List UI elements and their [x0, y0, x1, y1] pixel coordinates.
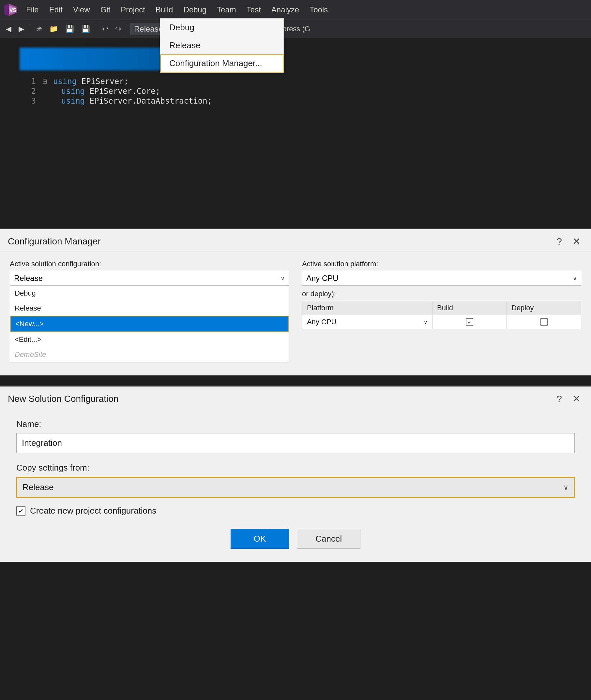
config-option-edit[interactable]: <Edit...>	[10, 332, 289, 347]
create-configs-row: ✓ Create new project configurations	[16, 506, 575, 516]
menu-build[interactable]: Build	[151, 3, 178, 16]
menu-git[interactable]: Git	[96, 3, 115, 16]
vs-menubar: VS File Edit View Git Project Build Debu…	[0, 0, 591, 19]
copy-settings-dropdown-arrow-icon: ∨	[563, 483, 569, 492]
active-config-dropdown[interactable]: Release ∨ Debug Release <New...> <Edit..…	[10, 271, 289, 362]
code-content-1: ⊟ using EPiServer;	[43, 77, 129, 86]
line-number-3: 3	[19, 96, 36, 105]
menu-analyze[interactable]: Analyze	[267, 3, 304, 16]
project-platform-cell[interactable]: Any CPU ∨	[302, 315, 433, 329]
active-config-col: Active solution configuration: Release ∨…	[10, 260, 289, 362]
config-manager-title: Configuration Manager	[8, 236, 101, 247]
vs-logo: VS	[3, 3, 18, 17]
cancel-button[interactable]: Cancel	[297, 529, 360, 549]
blurred-project-banner	[19, 48, 176, 70]
col-header-deploy: Deploy	[507, 301, 581, 315]
active-platform-arrow: ∨	[573, 275, 577, 282]
projects-table: Platform Build Deploy Any CPU ∨	[302, 301, 581, 329]
name-field-label: Name:	[16, 419, 575, 429]
code-line-2: 2 using EPiServer.Core;	[19, 87, 591, 96]
active-config-dropdown-list: Debug Release <New...> <Edit...> DemoSit…	[10, 286, 289, 362]
config-top-row: Active solution configuration: Release ∨…	[10, 260, 581, 362]
menu-tools[interactable]: Tools	[305, 3, 332, 16]
new-solution-titlebar: New Solution Configuration ? ✕	[0, 387, 591, 409]
name-input[interactable]	[16, 433, 575, 453]
menu-test[interactable]: Test	[242, 3, 265, 16]
menu-team[interactable]: Team	[212, 3, 241, 16]
back-button[interactable]: ◀	[3, 23, 14, 34]
config-manager-close-button[interactable]: ✕	[570, 235, 583, 248]
redo-button[interactable]: ↪	[113, 23, 124, 34]
active-config-select[interactable]: Release ∨	[10, 271, 289, 286]
deploy-checkbox[interactable]	[540, 318, 548, 325]
config-option-debug[interactable]: Debug	[10, 286, 289, 301]
build-checkbox[interactable]: ✓	[466, 318, 473, 325]
or-deploy-label: or deploy):	[302, 290, 581, 298]
toolbar-sep2	[96, 24, 96, 34]
project-platform-value: Any CPU	[307, 318, 336, 326]
vs-ide-background: VS File Edit View Git Project Build Debu…	[0, 0, 591, 228]
menu-edit[interactable]: Edit	[45, 3, 67, 16]
vs-toolbar: ◀ ▶ ✳ 📁 💾 💾 ↩ ↪ Release ▼ Any CPU ▼ ▶ II…	[0, 19, 591, 38]
dialog-controls: ? ✕	[554, 235, 583, 248]
menu-debug[interactable]: Debug	[179, 3, 211, 16]
new-solution-close-button[interactable]: ✕	[570, 392, 583, 405]
new-item-button[interactable]: ✳	[34, 23, 45, 34]
forward-button[interactable]: ▶	[16, 23, 27, 34]
active-platform-value: Any CPU	[306, 274, 339, 283]
menu-view[interactable]: View	[68, 3, 94, 16]
active-platform-label: Active solution platform:	[302, 260, 581, 268]
new-solution-title: New Solution Configuration	[8, 394, 118, 404]
save-button[interactable]: 💾	[63, 23, 77, 34]
create-configs-checkbox[interactable]: ✓	[16, 507, 25, 516]
table-row: Any CPU ∨ ✓	[302, 315, 581, 329]
dropdown-item-config-manager[interactable]: Configuration Manager...	[160, 55, 283, 72]
new-solution-help-button[interactable]: ?	[554, 393, 565, 405]
undo-button[interactable]: ↩	[100, 23, 111, 34]
menu-file[interactable]: File	[21, 3, 43, 16]
menu-project[interactable]: Project	[116, 3, 150, 16]
open-button[interactable]: 📁	[47, 23, 61, 34]
code-content-2: using EPiServer.Core;	[43, 87, 160, 96]
dropdown-item-debug[interactable]: Debug	[160, 18, 283, 36]
col-header-build: Build	[433, 301, 507, 315]
dropdown-item-release[interactable]: Release	[160, 36, 283, 55]
toolbar-sep1	[30, 24, 30, 34]
config-manager-body: Active solution configuration: Release ∨…	[0, 252, 591, 375]
build-config-value: Release	[134, 24, 163, 33]
svg-marker-0	[4, 4, 9, 16]
new-solution-dialog-controls: ? ✕	[554, 392, 583, 405]
svg-text:VS: VS	[9, 7, 17, 13]
save-all-button[interactable]: 💾	[79, 23, 92, 34]
config-option-release[interactable]: Release	[10, 301, 289, 316]
active-config-current-value: Release	[14, 274, 43, 283]
code-editor-area: 1 ⊟ using EPiServer; 2 using EPiServer.C…	[0, 41, 591, 105]
table-header-row: Platform Build Deploy	[302, 301, 581, 315]
ok-button[interactable]: OK	[231, 529, 289, 549]
new-solution-body: Name: Copy settings from: Release ∨ ✓ Cr…	[0, 409, 591, 562]
new-solution-buttons: OK Cancel	[16, 529, 575, 549]
copy-settings-label: Copy settings from:	[16, 463, 575, 473]
active-platform-dropdown[interactable]: Any CPU ∨	[302, 271, 581, 286]
code-content-3: using EPiServer.DataAbstraction;	[43, 96, 212, 105]
active-config-label: Active solution configuration:	[10, 260, 289, 268]
project-build-cell[interactable]: ✓	[433, 315, 507, 329]
platform-cell-arrow: ∨	[424, 319, 428, 325]
active-platform-col: Active solution platform: Any CPU ∨ or d…	[302, 260, 581, 362]
dialog-separator	[0, 375, 591, 385]
code-line-3: 3 using EPiServer.DataAbstraction;	[19, 96, 591, 105]
copy-settings-dropdown[interactable]: Release ∨	[16, 477, 575, 498]
config-option-new[interactable]: <New...>	[10, 316, 289, 332]
config-manager-dialog: Configuration Manager ? ✕ Active solutio…	[0, 228, 591, 375]
config-manager-titlebar: Configuration Manager ? ✕	[0, 229, 591, 252]
copy-settings-value: Release	[22, 482, 54, 492]
code-line-1: 1 ⊟ using EPiServer;	[19, 77, 591, 86]
toolbar-sep3	[127, 24, 127, 34]
config-manager-help-button[interactable]: ?	[554, 235, 565, 248]
col-header-platform: Platform	[302, 301, 433, 315]
new-solution-dialog: New Solution Configuration ? ✕ Name: Cop…	[0, 385, 591, 562]
line-number-2: 2	[19, 87, 36, 96]
config-option-demosite[interactable]: DemoSite	[10, 347, 289, 362]
build-config-dropdown-menu: Debug Release Configuration Manager...	[160, 18, 284, 73]
project-deploy-cell[interactable]	[507, 315, 581, 329]
